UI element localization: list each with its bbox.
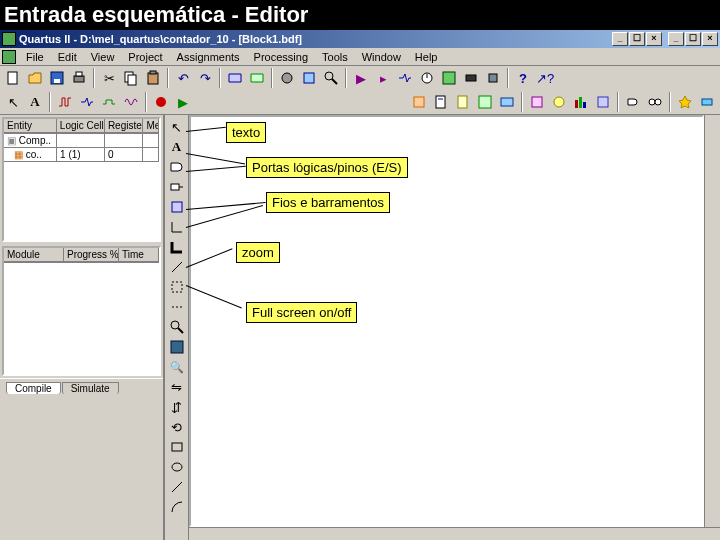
redo-button[interactable]: ↷ [194, 67, 216, 89]
text-tool-button[interactable]: A [24, 91, 46, 113]
hier-col-cells[interactable]: Logic Cells [57, 119, 105, 133]
navigate-back-button[interactable] [224, 67, 246, 89]
print-button[interactable] [68, 67, 90, 89]
tab-simulate[interactable]: Simulate [62, 382, 119, 394]
orthogonal-bus-tool[interactable] [166, 237, 188, 257]
menu-processing[interactable]: Processing [248, 50, 314, 64]
cut-button[interactable]: ✂ [98, 67, 120, 89]
resource-button[interactable] [570, 91, 592, 113]
signaltap-button[interactable] [496, 91, 518, 113]
signal2-button[interactable] [76, 91, 98, 113]
block-tool[interactable] [166, 197, 188, 217]
close-doc-button[interactable]: × [646, 32, 662, 46]
hier-col-regs[interactable]: Registers [105, 119, 144, 133]
compile-button[interactable]: ▶ [350, 67, 372, 89]
rubberband-tool[interactable] [166, 277, 188, 297]
report-button[interactable] [430, 91, 452, 113]
menu-edit[interactable]: Edit [52, 50, 83, 64]
minimize-button[interactable]: _ [668, 32, 684, 46]
horizontal-scrollbar[interactable] [189, 527, 720, 540]
find-tool[interactable]: 🔍 [166, 357, 188, 377]
menu-assignments[interactable]: Assignments [171, 50, 246, 64]
new-button[interactable] [2, 67, 24, 89]
status-col-progress[interactable]: Progress % [64, 248, 119, 262]
menu-project[interactable]: Project [122, 50, 168, 64]
symbol-tool[interactable] [166, 157, 188, 177]
svg-rect-15 [443, 72, 455, 84]
rotate-tool[interactable]: ⟲ [166, 417, 188, 437]
timing-button[interactable] [416, 67, 438, 89]
undo-button[interactable]: ↶ [172, 67, 194, 89]
status-col-time[interactable]: Time [119, 248, 159, 262]
menu-view[interactable]: View [85, 50, 121, 64]
vertical-scrollbar[interactable] [704, 115, 720, 527]
simulate-button[interactable] [394, 67, 416, 89]
pin-planner-button[interactable] [408, 91, 430, 113]
hierarchy-panel: Entity Logic Cells Registers Me ▣ Comp..… [2, 117, 161, 242]
maximize-button[interactable]: ☐ [685, 32, 701, 46]
report2-button[interactable] [452, 91, 474, 113]
timing-closure-button[interactable] [548, 91, 570, 113]
partial-line-tool[interactable] [166, 297, 188, 317]
play-button[interactable]: ▶ [172, 91, 194, 113]
pin-tool[interactable] [166, 177, 188, 197]
open-button[interactable] [24, 67, 46, 89]
minimize-doc-button[interactable]: _ [612, 32, 628, 46]
menu-file[interactable]: File [20, 50, 50, 64]
analysis-button[interactable] [438, 67, 460, 89]
programmer-button[interactable] [460, 67, 482, 89]
compile2-button[interactable]: ▸ [372, 67, 394, 89]
rectangle-tool[interactable] [166, 437, 188, 457]
zoom-tool[interactable] [166, 317, 188, 337]
hier-col-me[interactable]: Me [143, 119, 159, 133]
help-button[interactable]: ? [512, 67, 534, 89]
assignment-button[interactable] [298, 67, 320, 89]
find-button[interactable] [320, 67, 342, 89]
menu-window[interactable]: Window [356, 50, 407, 64]
hier-col-entity[interactable]: Entity [4, 119, 57, 133]
flip-v-tool[interactable]: ⇵ [166, 397, 188, 417]
copy-button[interactable] [120, 67, 142, 89]
paste-button[interactable] [142, 67, 164, 89]
select-tool-button[interactable]: ↖ [2, 91, 24, 113]
diagonal-node-tool[interactable] [166, 257, 188, 277]
svg-rect-6 [128, 75, 136, 85]
orthogonal-node-tool[interactable] [166, 217, 188, 237]
navigate-fwd-button[interactable] [246, 67, 268, 89]
schematic-canvas[interactable]: texto Portas lógicas/pinos (E/S) Fios e … [189, 115, 704, 527]
stop-button[interactable] [150, 91, 172, 113]
rtl-viewer-button[interactable] [622, 91, 644, 113]
floorplan-button[interactable] [474, 91, 496, 113]
assignment-editor-button[interactable] [526, 91, 548, 113]
settings-button[interactable] [276, 67, 298, 89]
megawizard-button[interactable] [674, 91, 696, 113]
table-row[interactable]: ▣ Comp.. [4, 134, 159, 148]
waveform-button[interactable] [120, 91, 142, 113]
oval-tool[interactable] [166, 457, 188, 477]
help2-button[interactable]: ↗? [534, 67, 556, 89]
chip-button[interactable] [482, 67, 504, 89]
svg-line-41 [178, 328, 183, 333]
callout-fios: Fios e barramentos [266, 192, 390, 213]
status-col-module[interactable]: Module [4, 248, 64, 262]
menu-tools[interactable]: Tools [316, 50, 354, 64]
pointer-tool[interactable]: ↖ [166, 117, 188, 137]
line-tool[interactable] [166, 477, 188, 497]
tab-compile[interactable]: Compile [6, 382, 61, 394]
fullscreen-tool[interactable] [166, 337, 188, 357]
save-button[interactable] [46, 67, 68, 89]
maximize-doc-button[interactable]: ☐ [629, 32, 645, 46]
menu-help[interactable]: Help [409, 50, 444, 64]
close-button[interactable]: × [702, 32, 718, 46]
svg-rect-43 [172, 443, 182, 451]
table-row[interactable]: ▦ co.. 1 (1) 0 [4, 148, 159, 162]
arc-tool[interactable] [166, 497, 188, 517]
sopc-button[interactable] [696, 91, 718, 113]
signal1-button[interactable] [54, 91, 76, 113]
tech-map-button[interactable] [592, 91, 614, 113]
window-titlebar: Quartus II - D:\mel_quartus\contador_10 … [0, 30, 720, 48]
flip-h-tool[interactable]: ⇋ [166, 377, 188, 397]
signal3-button[interactable] [98, 91, 120, 113]
state-machine-button[interactable] [644, 91, 666, 113]
text-tool[interactable]: A [166, 137, 188, 157]
